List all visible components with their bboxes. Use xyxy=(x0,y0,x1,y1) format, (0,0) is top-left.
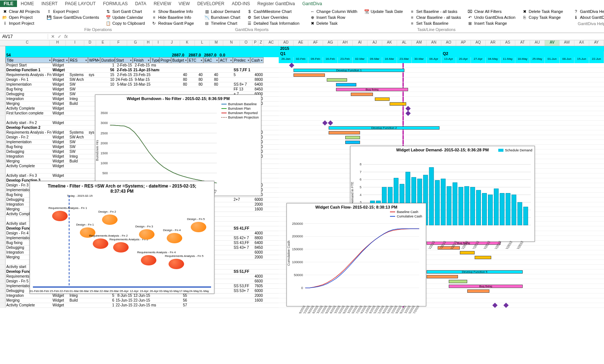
group-label-file: File Operations xyxy=(2,26,194,32)
tab-register[interactable]: Register GanttDiva xyxy=(254,0,298,7)
table-row[interactable]: Design - Fn 1 Widget SW Arch 10 24-Feb-1… xyxy=(0,78,279,82)
hide-icon: ≡ xyxy=(152,15,157,20)
svg-rect-68 xyxy=(518,202,522,225)
table-row[interactable]: Merging Widget Build 6 15-Jun-15 22-Jun-… xyxy=(0,298,279,303)
btn-detailed-task[interactable]: ☰Detailed Task Information xyxy=(247,21,299,26)
fx-icon[interactable]: fx xyxy=(64,34,68,39)
svg-rect-61 xyxy=(476,190,481,225)
bar-chart-icon: ▥ xyxy=(204,9,210,14)
btn-save-contents[interactable]: 💾Save GanttDiva Contents xyxy=(47,15,99,20)
btn-about[interactable]: ℹAbout GanttDiva xyxy=(573,15,604,20)
btn-insert-row[interactable]: ⊕Insert Task Row xyxy=(310,15,357,20)
tab-view[interactable]: VIEW xyxy=(175,0,194,7)
cashflow-plot: Cumulative Cash 050000100000150000200000… xyxy=(287,211,426,313)
redraw-icon: ↻ xyxy=(152,21,157,26)
svg-text:250000: 250000 xyxy=(292,222,303,226)
group-label-reports: GanttDiva Reports xyxy=(204,26,299,32)
tab-insert[interactable]: INSERT xyxy=(38,0,61,7)
btn-update-date[interactable]: 📆Update Task Date xyxy=(364,9,403,14)
btn-update-calendar[interactable]: 📅Update Calendar xyxy=(106,15,145,20)
btn-open-project[interactable]: 📂Open Project xyxy=(2,15,40,20)
copy-range-icon: ⎘ xyxy=(522,15,527,20)
btn-hide-baseline[interactable]: ≡Hide Baseline Info xyxy=(152,15,194,20)
delete-icon: ✖ xyxy=(310,21,315,26)
btn-cashmilestone[interactable]: $CashMilestone Chart xyxy=(247,9,299,14)
calendar-icon: 📅 xyxy=(106,15,111,20)
btn-redraw-gantt[interactable]: ↻Redraw Gantt Page xyxy=(152,21,194,26)
detail-icon: ☰ xyxy=(247,21,252,26)
btn-user-overrides[interactable]: ⚙Set User Overrides xyxy=(247,15,299,20)
svg-rect-59 xyxy=(465,186,469,225)
btn-col-width[interactable]: ↔Change Column Width xyxy=(310,9,357,14)
about-icon: ℹ xyxy=(573,15,578,20)
tab-ganttdiva[interactable]: GanttDiva xyxy=(299,0,326,7)
btn-set-baseline-all[interactable]: ≡Set Baseline - all tasks xyxy=(410,9,461,14)
svg-rect-58 xyxy=(459,187,463,225)
table-row[interactable]: Requirements Analysis - Fn 1 Widget Syst… xyxy=(0,73,279,78)
burndown-legend: Burndown Baseline Burndown Plan Burndown… xyxy=(221,102,259,120)
svg-text:2500: 2500 xyxy=(101,131,108,135)
btn-undo[interactable]: ↶Undo GanttDiva Action xyxy=(468,15,515,20)
btn-export-project[interactable]: ⇧Export Project xyxy=(47,9,99,14)
btn-help[interactable]: ?GanttDiva Help xyxy=(573,9,604,14)
baseline-set-icon: ≡ xyxy=(410,9,415,14)
svg-text:1000: 1000 xyxy=(101,161,108,165)
tab-addins[interactable]: ADD-INS xyxy=(228,0,254,7)
btn-burndown[interactable]: 📉Burndown Chart xyxy=(204,15,241,20)
svg-text:Demand in FTE: Demand in FTE xyxy=(350,182,354,205)
btn-delete-range[interactable]: ✖Delete Task Range xyxy=(522,9,563,14)
override-icon: ⚙ xyxy=(247,15,252,20)
date-icon: 📆 xyxy=(364,9,369,14)
filter-arrow-icon[interactable]: ▾ xyxy=(49,59,51,62)
tab-review[interactable]: REVIEW xyxy=(150,0,175,7)
cashflow-chart[interactable]: Widget Cash Flow- 2015-02-15; 8:38:13 PM… xyxy=(286,203,426,306)
tab-developer[interactable]: DEVELOPER xyxy=(194,0,228,7)
svg-text:200000: 200000 xyxy=(292,234,303,238)
insert-range-icon: ⊞ xyxy=(468,21,473,26)
timeline-chart[interactable]: Timeline - Filter - RES =SW Arch or =Sys… xyxy=(30,181,214,294)
btn-show-baseline[interactable]: ≡Show Baseline Info xyxy=(152,9,194,14)
ribbon-tabs: FILE HOME INSERT PAGE LAYOUT FORMULAS DA… xyxy=(0,0,604,7)
table-header[interactable]: Title▾ Project▾ RES▾ WPM▾ Duration▾ Star… xyxy=(0,57,279,63)
fx-accept-icon[interactable]: ✓ xyxy=(58,34,61,39)
open-icon: 📂 xyxy=(2,15,7,20)
svg-rect-55 xyxy=(441,179,445,225)
baseline-task-icon: ≡ xyxy=(410,21,415,26)
btn-labour-demand[interactable]: ▥Labour Demand xyxy=(204,9,241,14)
tab-home[interactable]: HOME xyxy=(17,0,38,7)
btn-insert-range[interactable]: ⊞Insert Task Range xyxy=(468,21,515,26)
btn-clear-baseline-all[interactable]: ≡Clear Baseline - all tasks xyxy=(410,15,461,20)
btn-timeline-chart[interactable]: ⊟Timeline Chart xyxy=(204,21,241,26)
svg-text:6/22/2015: 6/22/2015 xyxy=(469,240,480,249)
svg-text:2000: 2000 xyxy=(101,141,108,145)
name-box[interactable]: AV17 xyxy=(0,34,48,39)
show-icon: ≡ xyxy=(152,9,157,14)
btn-sort-gantt[interactable]: ⇅Sort Gantt Chart xyxy=(106,9,145,14)
svg-rect-63 xyxy=(488,195,493,225)
btn-copy-range[interactable]: ⎘Copy Task Range xyxy=(522,15,563,20)
svg-text:5/25/2015: 5/25/2015 xyxy=(425,240,436,249)
clear-icon: ✖ xyxy=(2,9,7,14)
btn-delete-task[interactable]: ✖Delete Task xyxy=(310,21,357,26)
tab-file[interactable]: FILE xyxy=(0,0,17,7)
tab-formulas[interactable]: FORMULAS xyxy=(99,0,132,7)
btn-import-project[interactable]: ⇩Import Project xyxy=(2,21,40,26)
fx-cancel-icon[interactable]: ✕ xyxy=(51,34,55,39)
table-row[interactable]: Integration Widget Integ 5 8-Jun-15 12-J… xyxy=(0,293,279,298)
btn-clear-all-projects[interactable]: ✖Clear All Projects xyxy=(2,9,40,14)
btn-clear-filters[interactable]: ⌧Clear All Filters xyxy=(468,9,515,14)
table-row[interactable]: Implementation Widget SW 10 5-Mar-15 18-… xyxy=(0,82,279,87)
tab-data[interactable]: DATA xyxy=(131,0,150,7)
svg-text:Cumulative Cash: Cumulative Cash xyxy=(287,241,291,266)
tab-pagelayout[interactable]: PAGE LAYOUT xyxy=(61,0,99,7)
btn-set-task-baseline[interactable]: ≡Set Task Baseline xyxy=(410,21,461,26)
table-row[interactable]: Develop Function 1 Widget 56 2-Feb-15 21… xyxy=(0,68,279,73)
column-headers[interactable]: C H I D E F G H I J K L M N O P Z ACADAE… xyxy=(0,40,604,46)
save-icon: 💾 xyxy=(47,15,52,20)
table-row[interactable]: Bug fixing Widget SW FF 13 8450 xyxy=(0,87,279,92)
svg-rect-53 xyxy=(429,168,434,225)
btn-copy-clipboard[interactable]: 📋Copy to Clipboard xyxy=(106,21,145,26)
table-row[interactable]: Project Start Widget 1 2-Feb-15 2-Feb-15… xyxy=(0,63,279,68)
table-row[interactable]: Activity Complete Widget 1 22-Jun-15 22-… xyxy=(0,303,279,308)
svg-text:0: 0 xyxy=(301,286,303,290)
